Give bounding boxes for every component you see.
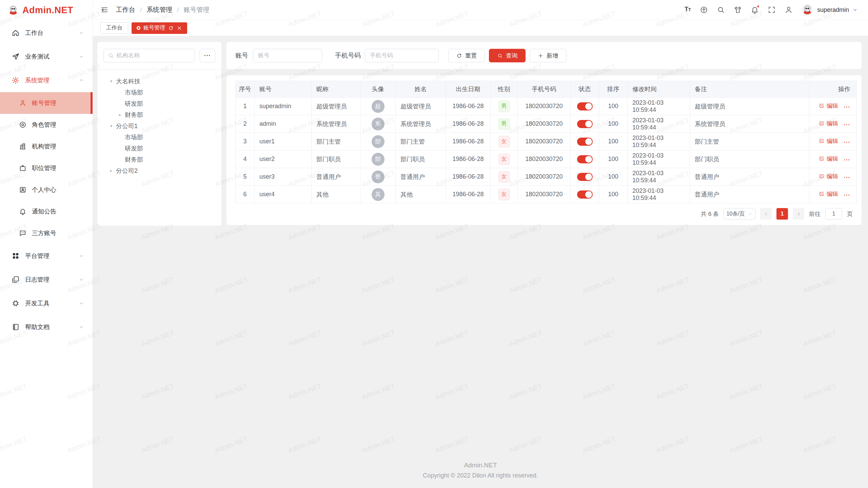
logs-icon — [12, 276, 20, 284]
breadcrumb-separator: / — [140, 6, 142, 14]
tree-node[interactable]: 市场部 — [103, 131, 215, 143]
column-header: 昵称 — [312, 81, 360, 98]
refresh-icon — [456, 53, 462, 59]
sidebar-item-platform-management[interactable]: 平台管理 — [0, 244, 93, 268]
status-toggle[interactable] — [577, 173, 593, 181]
tree-node[interactable]: 财务部 — [103, 154, 215, 165]
tab-workbench[interactable]: 工作台 — [100, 22, 128, 34]
status-toggle[interactable] — [577, 138, 593, 146]
row-more-button[interactable]: ··· — [844, 174, 850, 181]
sidebar-item-personal-center[interactable]: 个人中心 — [0, 179, 93, 201]
caret-down-icon[interactable]: ▾ — [108, 123, 114, 128]
notification-icon[interactable] — [751, 6, 759, 14]
phone-filter-input[interactable] — [365, 49, 439, 62]
page-size-select[interactable]: 10条/页 — [724, 208, 755, 220]
row-more-button[interactable]: ··· — [844, 192, 850, 198]
org-search-input[interactable] — [117, 52, 191, 59]
tree-node[interactable]: ▾大名科技 — [103, 76, 215, 87]
status-toggle[interactable] — [577, 155, 593, 163]
tree-node[interactable]: 市场部 — [103, 87, 215, 98]
user-icon — [19, 99, 26, 107]
sidebar-item-org-management[interactable]: 机构管理 — [0, 136, 93, 157]
tree-node[interactable]: ▸财务部 — [103, 109, 215, 120]
search-button[interactable]: 查询 — [489, 49, 526, 62]
cell-phone: 18020030720 — [518, 115, 571, 133]
row-more-button[interactable]: ··· — [844, 104, 850, 110]
send-icon — [12, 53, 20, 61]
breadcrumb-item[interactable]: 工作台 — [116, 5, 135, 14]
sidebar-item-log-management[interactable]: 日志管理 — [0, 268, 93, 291]
sidebar-item-dev-tools[interactable]: 开发工具 — [0, 291, 93, 315]
reset-button[interactable]: 重置 — [448, 49, 485, 62]
sidebar-item-label: 业务测试 — [25, 53, 78, 61]
edit-button[interactable]: 编辑 — [818, 137, 838, 145]
sidebar-item-account-management[interactable]: 账号管理 — [0, 92, 93, 114]
status-toggle[interactable] — [577, 190, 593, 199]
logo[interactable]: Admin.NET — [0, 0, 93, 20]
search-icon[interactable] — [717, 6, 725, 14]
cell-modified-time: 2023-01-03 10:59:44 — [628, 150, 690, 168]
font-size-icon[interactable]: TT — [685, 6, 691, 14]
org-more-button[interactable]: ··· — [200, 49, 215, 62]
org-tree-panel: ··· ▾大名科技市场部研发部▸财务部▾分公司1市场部研发部财务部▸分公司2 — [97, 42, 221, 226]
caret-right-icon[interactable]: ▸ — [117, 112, 123, 117]
add-button[interactable]: 新增 — [530, 49, 566, 62]
sidebar-item-role-management[interactable]: 角色管理 — [0, 114, 93, 136]
sidebar-item-label: 平台管理 — [25, 252, 78, 260]
home-icon — [12, 29, 20, 37]
tree-node[interactable]: 研发部 — [103, 143, 215, 154]
topbar-actions: TTsuperadmin — [685, 4, 858, 16]
edit-button[interactable]: 编辑 — [818, 190, 838, 198]
toggle-knob — [585, 103, 592, 110]
close-icon[interactable] — [177, 25, 182, 31]
cell-sort: 100 — [599, 115, 628, 133]
sidebar-item-business-test[interactable]: 业务测试 — [0, 45, 93, 68]
chevron-down-icon[interactable] — [852, 7, 858, 13]
tree-node[interactable]: ▸分公司2 — [103, 165, 215, 176]
cell-remark: 普通用户 — [690, 168, 809, 186]
current-page-button[interactable]: 1 — [776, 208, 788, 220]
account-filter-input[interactable] — [253, 49, 322, 62]
tree-node-label: 分公司1 — [116, 122, 138, 130]
caret-right-icon[interactable]: ▸ — [108, 168, 114, 173]
user-icon[interactable] — [785, 6, 793, 14]
fullscreen-icon[interactable] — [768, 6, 776, 14]
language-icon[interactable] — [700, 6, 708, 14]
edit-button[interactable]: 编辑 — [818, 120, 838, 127]
next-page-button[interactable] — [793, 208, 804, 220]
status-toggle[interactable] — [577, 120, 593, 128]
chevron-up-icon — [78, 77, 84, 83]
org-search-field[interactable] — [103, 49, 195, 62]
row-more-button[interactable]: ··· — [844, 157, 850, 163]
status-toggle[interactable] — [577, 102, 593, 110]
edit-button[interactable]: 编辑 — [818, 172, 838, 180]
sidebar-item-system-management[interactable]: 系统管理 — [0, 68, 93, 92]
row-more-button[interactable]: ··· — [844, 121, 850, 128]
org-icon — [19, 143, 26, 150]
prev-page-button[interactable] — [760, 208, 772, 220]
sidebar-item-notice-announcement[interactable]: 通知公告 — [0, 201, 93, 222]
breadcrumb-item[interactable]: 系统管理 — [146, 5, 172, 14]
sidebar-item-third-party-account[interactable]: 三方账号 — [0, 222, 93, 244]
row-more-button[interactable]: ··· — [844, 139, 850, 145]
sidebar-item-position-management[interactable]: 职位管理 — [0, 157, 93, 179]
tab-account-management[interactable]: 账号管理 — [132, 22, 187, 34]
column-header: 备注 — [690, 81, 809, 98]
caret-down-icon[interactable]: ▾ — [108, 79, 114, 84]
goto-page-input[interactable] — [825, 208, 842, 220]
edit-button[interactable]: 编辑 — [818, 155, 838, 163]
cell-avatar: 部 — [360, 150, 396, 168]
sidebar-item-help-docs[interactable]: 帮助文档 — [0, 315, 93, 339]
username[interactable]: superadmin — [817, 6, 849, 14]
tree-node[interactable]: ▾分公司1 — [103, 120, 215, 131]
theme-icon[interactable] — [734, 6, 742, 14]
chat-icon — [19, 229, 26, 237]
sidebar-item-workbench[interactable]: 工作台 — [0, 21, 93, 45]
cell-gender: 男 — [491, 98, 518, 115]
avatar[interactable] — [802, 4, 813, 16]
mascot-logo-icon — [7, 4, 19, 16]
tree-node[interactable]: 研发部 — [103, 98, 215, 109]
menu-fold-icon[interactable] — [100, 6, 108, 14]
refresh-icon[interactable] — [168, 25, 174, 31]
edit-button[interactable]: 编辑 — [818, 102, 838, 110]
